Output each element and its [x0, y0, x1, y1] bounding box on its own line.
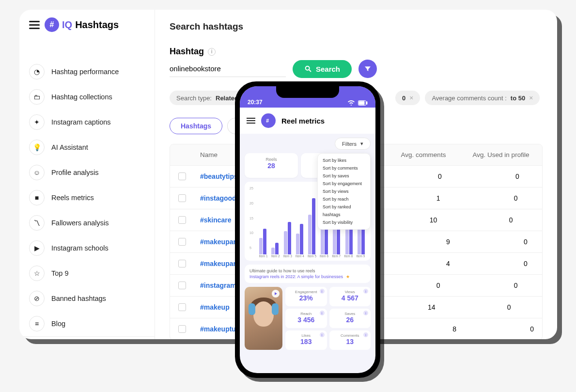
- info-icon[interactable]: i: [363, 289, 368, 294]
- sort-option[interactable]: hashtags: [318, 211, 370, 219]
- avg-comments: 8: [418, 318, 491, 339]
- menu-icon[interactable]: [29, 21, 40, 29]
- tab-hashtags[interactable]: Hashtags: [170, 118, 222, 134]
- sort-option[interactable]: Sort by comments: [318, 164, 370, 172]
- x-axis: Item 1Item 2Item 3Item 4Item 5Item 6Item…: [249, 254, 367, 258]
- metric-card: i Views 4 567: [329, 287, 371, 306]
- search-input[interactable]: [170, 61, 286, 77]
- chip-value: to 50: [511, 94, 525, 102]
- avg-used: 0: [484, 253, 543, 274]
- metric-value: 26: [332, 316, 368, 324]
- chip-zero: 0 ×: [395, 91, 420, 105]
- svg-rect-3: [359, 101, 364, 105]
- reel-thumbnail[interactable]: [245, 287, 282, 350]
- logo-iq: IQ: [62, 19, 72, 31]
- info-icon[interactable]: i: [363, 332, 368, 337]
- info-icon[interactable]: i: [320, 332, 325, 337]
- sort-option[interactable]: Sort by reach: [318, 195, 370, 203]
- svg-text:#: #: [266, 118, 269, 124]
- filters-button[interactable]: Filters ▾: [335, 138, 371, 150]
- metric-card: i Reach 3 456: [285, 309, 327, 328]
- filter-button[interactable]: [358, 60, 377, 78]
- nav-label: Instagram captions: [51, 118, 111, 126]
- sidebar-item-followers-analysis[interactable]: 〽Fallowers analysis: [19, 210, 155, 235]
- hashtag-name[interactable]: #makeup: [194, 297, 235, 318]
- nav-label: AI Assistant: [51, 143, 88, 151]
- search-button-label: Search: [316, 65, 340, 73]
- metric-value: 4 567: [332, 294, 368, 302]
- metric-card: i Saves 26: [329, 309, 371, 328]
- row-checkbox[interactable]: [178, 260, 186, 267]
- sidebar-item-banned-hashtags[interactable]: ⊘Banned hashtags: [19, 286, 155, 311]
- sort-option[interactable]: Sort by visibility: [318, 219, 370, 226]
- sidebar-item-profile-analysis[interactable]: ☺Profile analysis: [19, 160, 155, 185]
- metric-label: Reach: [288, 312, 324, 316]
- sort-option[interactable]: Sort by ranked: [318, 203, 370, 211]
- sidebar-item-instagram-schools[interactable]: ▶Instagram schools: [19, 235, 155, 261]
- star-icon: ☆: [29, 266, 45, 281]
- nav-list: ◔Hashtag performance 🗀Hashtag collection…: [19, 40, 155, 336]
- sort-menu: Sort by likesSort by commentsSort by sav…: [317, 153, 371, 230]
- filters-label: Filters: [342, 141, 357, 147]
- avg-used: 0: [484, 231, 543, 252]
- sort-option[interactable]: Sort by saves: [318, 172, 370, 180]
- folder-icon: 🗀: [29, 89, 45, 105]
- bar-group: [269, 243, 280, 254]
- close-icon[interactable]: ×: [529, 94, 533, 102]
- row-checkbox[interactable]: [178, 216, 186, 224]
- col-avg-comments: Avg. comments: [387, 144, 460, 165]
- guide-link[interactable]: Instagram reels in 2022: A simple for bu…: [249, 274, 366, 279]
- info-icon[interactable]: i: [320, 311, 325, 315]
- row-checkbox[interactable]: [178, 238, 186, 246]
- row-checkbox[interactable]: [178, 194, 186, 202]
- chip-search-type: Search type: Related: [170, 91, 245, 105]
- sidebar-item-blog[interactable]: ≡Blog: [19, 311, 155, 336]
- sort-option[interactable]: Sort by engagement: [318, 180, 370, 188]
- svg-rect-4: [366, 102, 367, 104]
- row-checkbox[interactable]: [178, 282, 186, 289]
- avg-comments: 1: [402, 188, 475, 209]
- info-icon[interactable]: i: [320, 289, 325, 294]
- hashtag-label: Hashtag: [170, 47, 204, 57]
- row-checkbox[interactable]: [178, 325, 186, 333]
- chip-label: Average comments count :: [432, 94, 506, 102]
- avg-used: 0: [470, 209, 543, 231]
- sidebar-item-hashtag-collections[interactable]: 🗀Hashtag collections: [19, 84, 155, 110]
- sort-option[interactable]: Sort by likes: [318, 157, 370, 164]
- metric-label: Views: [332, 290, 368, 294]
- row-checkbox[interactable]: [178, 303, 186, 311]
- nav-label: Instagram schools: [51, 244, 109, 252]
- sparkle-icon: ✦: [29, 114, 45, 130]
- metric-value: 183: [288, 338, 324, 345]
- close-icon[interactable]: ×: [409, 94, 413, 102]
- phone-screen: 20:37 # Reel metrics Filters ▾ Reels 28: [240, 86, 375, 373]
- metrics-grid: i Engagement 23%i Views 4 567i Reach 3 4…: [285, 287, 371, 350]
- bar-group: [282, 222, 293, 254]
- menu-icon[interactable]: [247, 118, 255, 124]
- search-icon: [304, 65, 312, 73]
- search-button[interactable]: Search: [293, 60, 352, 78]
- battery-icon: [358, 100, 368, 106]
- info-icon[interactable]: i: [208, 48, 216, 56]
- sidebar-item-instagram-captions[interactable]: ✦Instagram captions: [19, 110, 155, 135]
- play-icon: [272, 290, 280, 298]
- chip-value: 0: [402, 94, 405, 102]
- wifi-icon: [347, 100, 355, 106]
- phone-header: # Reel metrics: [240, 108, 375, 134]
- hashtag-name[interactable]: #skincare: [194, 209, 237, 231]
- svg-line-1: [309, 70, 311, 72]
- info-icon[interactable]: i: [363, 311, 368, 315]
- metric-value: 3 456: [288, 316, 324, 324]
- sidebar-item-reels-metrics[interactable]: ■Reels metrics: [19, 185, 155, 210]
- avg-comments: 4: [412, 253, 484, 274]
- stat-value: 28: [249, 162, 293, 170]
- metric-value: 23%: [288, 294, 324, 302]
- sidebar-item-ai-assistant[interactable]: 💡AI Assistant: [19, 135, 155, 160]
- svg-point-0: [306, 66, 310, 70]
- sidebar-item-top9[interactable]: ☆Top 9: [19, 261, 155, 286]
- sort-option[interactable]: Sort by views: [318, 188, 370, 195]
- bar-group: [294, 224, 305, 254]
- sidebar-item-hashtag-performance[interactable]: ◔Hashtag performance: [19, 59, 155, 84]
- row-checkbox[interactable]: [178, 172, 186, 180]
- guide-title: Ultimate guide to how to use reels: [249, 268, 366, 273]
